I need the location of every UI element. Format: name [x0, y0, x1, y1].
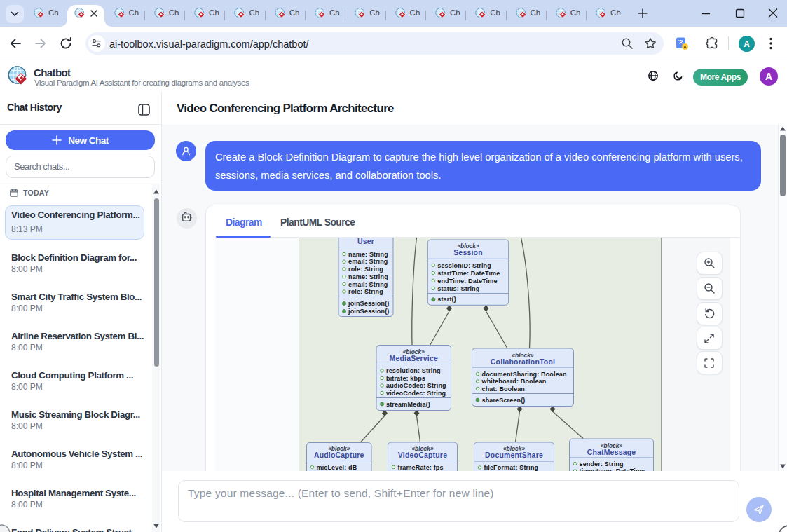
- svg-text:frameRate: fps: frameRate: fps: [397, 464, 443, 471]
- svg-text:endTime: DateTime: endTime: DateTime: [437, 278, 497, 285]
- svg-text:videoCodec: String: videoCodec: String: [386, 390, 446, 397]
- svg-text:whiteboard: Boolean: whiteboard: Boolean: [481, 378, 546, 385]
- svg-text:audioCodec: String: audioCodec: String: [386, 382, 446, 389]
- svg-text:ChatMessage: ChatMessage: [587, 449, 636, 456]
- svg-text:role: String: role: String: [348, 288, 383, 295]
- svg-text:name: String: name: String: [348, 251, 388, 258]
- svg-text:role: String: role: String: [348, 266, 383, 273]
- svg-text:CollaborationTool: CollaborationTool: [490, 358, 554, 366]
- svg-text:documentSharing: Boolean: documentSharing: Boolean: [481, 371, 566, 378]
- svg-text:start(): start(): [437, 296, 456, 303]
- svg-text:chat: Boolean: chat: Boolean: [481, 386, 524, 393]
- svg-text:name: String: name: String: [348, 273, 388, 280]
- svg-text:MediaService: MediaService: [389, 355, 437, 362]
- svg-text:shareScreen(): shareScreen(): [481, 397, 525, 404]
- svg-text:sessionID: String: sessionID: String: [437, 262, 491, 269]
- svg-text:email: String: email: String: [348, 258, 388, 265]
- svg-text:Session: Session: [453, 249, 483, 257]
- svg-text:AudioCapture: AudioCapture: [313, 451, 364, 459]
- svg-text:joinSession(): joinSession(): [348, 300, 389, 307]
- svg-text:DocumentShare: DocumentShare: [485, 451, 543, 459]
- svg-text:VideoCapture: VideoCapture: [397, 451, 446, 459]
- svg-text:bitrate: kbps: bitrate: kbps: [386, 375, 425, 382]
- svg-text:status: String: status: String: [437, 285, 479, 292]
- svg-text:resolution: String: resolution: String: [386, 367, 441, 374]
- svg-text:startTime: DateTime: startTime: DateTime: [437, 270, 500, 277]
- svg-text:email: String: email: String: [348, 281, 388, 288]
- svg-text:streamMedia(): streamMedia(): [386, 401, 430, 408]
- svg-text:micLevel: dB: micLevel: dB: [316, 464, 357, 471]
- svg-text:User: User: [357, 238, 374, 245]
- svg-text:fileFormat: String: fileFormat: String: [484, 464, 538, 471]
- svg-text:joinSession(): joinSession(): [348, 308, 389, 315]
- svg-text:sender: String: sender: String: [579, 461, 623, 468]
